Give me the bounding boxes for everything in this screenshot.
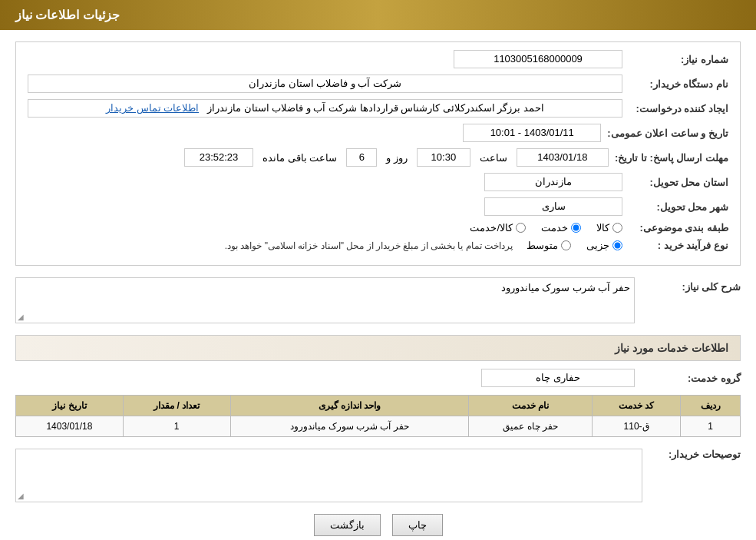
content-area: شماره نیاز: 1103005168000009 نام دستگاه …	[0, 30, 756, 540]
cell-date: 1403/01/18	[16, 416, 124, 437]
cell-name: حفر چاه عمیق	[469, 416, 593, 437]
resize-handle: ◢	[18, 313, 24, 321]
col-unit: واحد اندازه گیری	[230, 396, 469, 416]
cell-unit: حفر آب شرب سورک میاندورود	[230, 416, 469, 437]
need-desc-container: حفر آب شرب سورک میاندورود ◢	[15, 277, 635, 323]
table-header-row: ردیف کد خدمت نام خدمت واحد اندازه گیری ت…	[16, 396, 741, 416]
process-jozi-radio[interactable]	[612, 240, 622, 250]
process-notice: پرداخت تمام یا بخشی از مبلغ خریدار از مح…	[225, 240, 513, 251]
print-button[interactable]: چاپ	[392, 514, 443, 536]
table-row: 1 ق-110 حفر چاه عمیق حفر آب شرب سورک میا…	[16, 416, 741, 437]
table-head: ردیف کد خدمت نام خدمت واحد اندازه گیری ت…	[16, 396, 741, 416]
page-title: جزئیات اطلاعات نیاز	[15, 8, 120, 22]
col-row: ردیف	[681, 396, 741, 416]
need-number-row: شماره نیاز: 1103005168000009	[28, 50, 728, 68]
buyer-desc-resize: ◢	[18, 492, 24, 500]
announce-row: تاریخ و ساعت اعلان عمومی: 1403/01/11 - 1…	[28, 124, 728, 142]
province-value: مازندران	[484, 173, 622, 191]
response-label: مهلت ارسال پاسخ: تا تاریخ:	[615, 152, 728, 164]
city-label: شهر محل تحویل:	[629, 201, 728, 213]
response-time-label: ساعت	[480, 152, 507, 164]
table-body: 1 ق-110 حفر چاه عمیق حفر آب شرب سورک میا…	[16, 416, 741, 437]
process-jozi: جزیی	[586, 240, 622, 251]
creator-value: احمد برزگر اسکندرکلائی کارشناس قراردادها…	[28, 99, 622, 118]
process-row: نوع فرآیند خرید : جزیی متوسط پرداخت تمام…	[28, 240, 728, 251]
category-khedmat: خدمت	[541, 222, 581, 234]
remaining-label: ساعت باقی مانده	[262, 152, 337, 164]
response-days-label: روز و	[386, 152, 408, 164]
announce-value: 1403/01/11 - 10:01	[463, 124, 601, 142]
need-desc-row: شرح کلی نیاز: حفر آب شرب سورک میاندورود …	[15, 277, 741, 323]
category-kala: کالا	[596, 222, 622, 234]
creator-row: ایجاد کننده درخواست: احمد برزگر اسکندرکل…	[28, 99, 728, 118]
need-desc-label: شرح کلی نیاز:	[641, 277, 741, 293]
buyer-label: نام دستگاه خریدار:	[629, 78, 728, 90]
services-section-title: اطلاعات خدمات مورد نیاز	[15, 335, 741, 361]
city-value: ساری	[484, 197, 622, 216]
buyer-desc-box: ◢	[15, 449, 642, 502]
col-qty: تعداد / مقدار	[123, 396, 230, 416]
category-label: طبقه بندی موضوعی:	[629, 222, 728, 234]
need-number-label: شماره نیاز:	[629, 54, 728, 65]
cell-code: ق-110	[593, 416, 681, 437]
main-form: شماره نیاز: 1103005168000009 نام دستگاه …	[15, 41, 741, 266]
category-khedmat-radio[interactable]	[571, 223, 581, 233]
service-group-value: حفاری چاه	[481, 369, 635, 387]
process-motavaset: متوسط	[527, 240, 571, 251]
buyer-desc-label: توصیحات خریدار:	[649, 449, 741, 460]
service-group-label: گروه خدمت:	[641, 373, 741, 384]
province-label: استان محل تحویل:	[629, 177, 728, 188]
services-table-section: ردیف کد خدمت نام خدمت واحد اندازه گیری ت…	[15, 395, 741, 437]
response-time: 10:30	[417, 148, 470, 167]
services-table: ردیف کد خدمت نام خدمت واحد اندازه گیری ت…	[15, 395, 741, 437]
category-kala-khedmat: کالا/خدمت	[470, 222, 526, 234]
buyer-row: نام دستگاه خریدار: شرکت آب و فاضلاب استا…	[28, 75, 728, 93]
category-row: طبقه بندی موضوعی: کالا خدمت کالا/خدمت	[28, 222, 728, 234]
page-header: جزئیات اطلاعات نیاز	[0, 0, 756, 30]
buyer-desc-container: ◢	[15, 449, 642, 502]
category-kala-khedmat-radio[interactable]	[516, 223, 526, 233]
col-name: نام خدمت	[469, 396, 593, 416]
creator-contact-link[interactable]: اطلاعات تماس خریدار	[106, 102, 199, 114]
need-desc-box: حفر آب شرب سورک میاندورود ◢	[15, 277, 635, 323]
category-kala-radio[interactable]	[612, 223, 622, 233]
buttons-row: چاپ بازگشت	[15, 514, 741, 536]
cell-qty: 1	[123, 416, 230, 437]
response-date: 1403/01/18	[517, 148, 609, 167]
back-button[interactable]: بازگشت	[314, 514, 381, 536]
service-group-row: گروه خدمت: حفاری چاه	[15, 369, 741, 387]
province-row: استان محل تحویل: مازندران	[28, 173, 728, 191]
col-code: کد خدمت	[593, 396, 681, 416]
response-days: 6	[346, 148, 377, 167]
page-wrapper: جزئیات اطلاعات نیاز شماره نیاز: 11030051…	[0, 0, 756, 540]
col-date: تاریخ نیاز	[16, 396, 124, 416]
need-desc-value: حفر آب شرب سورک میاندورود	[501, 282, 630, 293]
category-radio-group: کالا خدمت کالا/خدمت	[470, 222, 622, 234]
process-label: نوع فرآیند خرید :	[629, 240, 728, 251]
need-number-value: 1103005168000009	[454, 50, 622, 68]
creator-label: ایجاد کننده درخواست:	[629, 103, 728, 114]
cell-row: 1	[681, 416, 741, 437]
buyer-value: شرکت آب و فاضلاب استان مازندران	[28, 75, 622, 93]
announce-label: تاریخ و ساعت اعلان عمومی:	[607, 128, 728, 139]
buyer-desc-row: توصیحات خریدار: ◢	[15, 449, 741, 502]
response-remaining: 23:52:23	[184, 148, 253, 167]
process-radio-group: جزیی متوسط	[527, 240, 622, 251]
process-motavaset-radio[interactable]	[561, 240, 571, 250]
city-row: شهر محل تحویل: ساری	[28, 197, 728, 216]
response-row: مهلت ارسال پاسخ: تا تاریخ: 1403/01/18 سا…	[28, 148, 728, 167]
